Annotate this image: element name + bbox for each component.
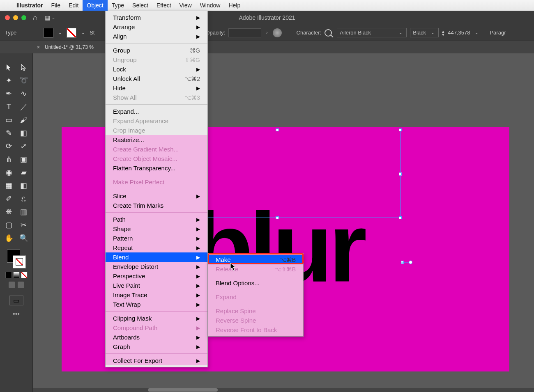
font-style-select[interactable]: Black⌄ xyxy=(410,28,439,37)
menu-item[interactable]: Flatten Transparency... xyxy=(106,163,207,173)
text-out-port-icon[interactable] xyxy=(401,261,404,264)
font-size-value[interactable]: 447,3578 xyxy=(448,30,470,36)
color-none-icon[interactable] xyxy=(21,272,28,278)
color-mode-icons[interactable] xyxy=(5,272,28,278)
menu-item[interactable]: Text Wrap▶ xyxy=(106,300,207,309)
perspective-grid-tool-icon[interactable]: ▰ xyxy=(17,167,31,178)
menu-item[interactable]: Live Paint▶ xyxy=(106,281,207,290)
menu-item[interactable]: Create Trim Marks xyxy=(106,201,207,210)
menu-type[interactable]: Type xyxy=(108,0,128,11)
mesh-tool-icon[interactable]: ▦ xyxy=(2,180,16,191)
menu-item[interactable]: Unlock All⌥⌘2 xyxy=(106,74,207,83)
window-zoom-icon[interactable] xyxy=(21,15,26,20)
column-graph-tool-icon[interactable]: ▥ xyxy=(17,206,31,218)
menu-item[interactable]: Group⌘G xyxy=(106,46,207,55)
text-thread-icon[interactable] xyxy=(409,261,412,264)
horizontal-scrollbar[interactable] xyxy=(33,388,534,392)
menu-item[interactable]: Repeat▶ xyxy=(106,243,207,252)
draw-normal-icon[interactable] xyxy=(9,282,15,288)
opacity-chevron-icon[interactable]: › xyxy=(265,30,269,35)
artboard-tool-icon[interactable]: ▢ xyxy=(2,219,16,231)
menu-object[interactable]: Object xyxy=(83,0,107,11)
menu-item[interactable]: Align▶ xyxy=(106,32,207,41)
font-size-chevron-icon[interactable]: ⌄ xyxy=(473,30,480,35)
free-transform-tool-icon[interactable]: ▣ xyxy=(17,154,31,165)
home-icon[interactable]: ⌂ xyxy=(33,14,37,22)
menu-item[interactable]: Hide▶ xyxy=(106,83,207,93)
menu-item[interactable]: Image Trace▶ xyxy=(106,290,207,300)
menu-effect[interactable]: Effect xyxy=(152,0,175,11)
magic-wand-tool-icon[interactable]: ✦ xyxy=(2,75,16,86)
rotate-tool-icon[interactable]: ⟳ xyxy=(2,140,16,152)
menu-item[interactable]: Collect For Export▶ xyxy=(106,356,207,365)
stroke-chevron-icon[interactable]: ⌄ xyxy=(80,30,86,35)
blend-submenu[interactable]: Make⌥⌘BRelease⌥⇧⌘BBlend Options...Expand… xyxy=(208,253,304,337)
menu-item[interactable]: Blend Options... xyxy=(208,278,303,288)
blend-tool-icon[interactable]: ⎌ xyxy=(17,193,31,204)
shape-builder-tool-icon[interactable]: ◉ xyxy=(2,167,16,178)
slice-tool-icon[interactable]: ✂ xyxy=(17,219,31,231)
font-family-select[interactable]: Aileron Black⌄ xyxy=(337,28,407,37)
eraser-tool-icon[interactable]: ◧ xyxy=(17,127,31,139)
direct-selection-tool-icon[interactable] xyxy=(17,62,31,73)
menu-item[interactable]: Make⌥⌘B xyxy=(208,255,303,264)
menu-edit[interactable]: Edit xyxy=(64,0,83,11)
menu-file[interactable]: File xyxy=(47,0,65,11)
bbox-handle[interactable] xyxy=(276,128,279,131)
lasso-tool-icon[interactable]: ➰ xyxy=(17,75,31,86)
bbox-handle[interactable] xyxy=(399,172,402,175)
menu-item[interactable]: Lock▶ xyxy=(106,64,207,74)
menu-item[interactable]: Envelope Distort▶ xyxy=(106,262,207,271)
menu-window[interactable]: Window xyxy=(196,0,225,11)
scrollbar-thumb[interactable] xyxy=(148,388,218,392)
shaper-tool-icon[interactable]: ✎ xyxy=(2,127,16,139)
zoom-tool-icon[interactable]: 🔍 xyxy=(17,232,31,244)
menu-item[interactable]: Slice▶ xyxy=(106,191,207,201)
menu-help[interactable]: Help xyxy=(224,0,244,11)
pen-tool-icon[interactable]: ✒ xyxy=(2,88,16,99)
bbox-handle[interactable] xyxy=(276,216,279,219)
fill-chevron-icon[interactable]: ⌄ xyxy=(57,30,63,35)
selection-tool-icon[interactable] xyxy=(2,62,16,73)
toolbar-stroke-swatch[interactable] xyxy=(13,255,26,268)
fill-stroke-swatch[interactable] xyxy=(7,250,26,268)
menu-item[interactable]: Arrange▶ xyxy=(106,22,207,32)
object-menu[interactable]: Transform▶Arrange▶Align▶Group⌘GUngroup⇧⌘… xyxy=(105,11,208,367)
menu-item[interactable]: Graph▶ xyxy=(106,342,207,351)
screen-mode-icon[interactable]: ▭ xyxy=(9,296,23,305)
menu-item[interactable]: Path▶ xyxy=(106,215,207,224)
stroke-swatch[interactable] xyxy=(67,28,76,38)
hand-tool-icon[interactable]: ✋ xyxy=(2,232,16,244)
bbox-handle[interactable] xyxy=(399,216,402,219)
workspace-switcher-icon[interactable]: ▦ xyxy=(45,14,50,21)
menu-item[interactable]: Transform▶ xyxy=(106,13,207,22)
menu-app[interactable]: Illustrator xyxy=(12,0,47,11)
menu-item[interactable]: Blend▶ xyxy=(106,252,207,262)
gradient-tool-icon[interactable]: ◧ xyxy=(17,180,31,191)
menu-item[interactable]: Rasterize... xyxy=(106,135,207,144)
font-size-stepper-icon[interactable]: ▴▾ xyxy=(442,30,444,36)
menu-item[interactable]: Clipping Mask▶ xyxy=(106,314,207,323)
rectangle-tool-icon[interactable]: ▭ xyxy=(2,114,16,126)
color-gradient-icon[interactable] xyxy=(13,272,20,278)
scale-tool-icon[interactable]: ⤢ xyxy=(17,140,31,152)
menu-view[interactable]: View xyxy=(175,0,196,11)
font-search-icon[interactable] xyxy=(325,29,332,37)
menu-select[interactable]: Select xyxy=(128,0,152,11)
window-close-icon[interactable] xyxy=(5,15,10,20)
draw-behind-icon[interactable] xyxy=(18,282,24,288)
tab-close-icon[interactable]: × xyxy=(37,44,40,50)
curvature-tool-icon[interactable]: ∿ xyxy=(17,88,31,99)
menu-item[interactable]: Shape▶ xyxy=(106,224,207,234)
menu-item[interactable]: Pattern▶ xyxy=(106,234,207,243)
paragraph-label[interactable]: Paragr xyxy=(490,30,506,36)
color-solid-icon[interactable] xyxy=(5,272,12,278)
paintbrush-tool-icon[interactable]: 🖌 xyxy=(17,114,31,126)
workspace-chevron-icon[interactable]: ⌄ xyxy=(52,16,55,20)
opacity-input[interactable] xyxy=(228,28,261,37)
edit-toolbar-icon[interactable]: ••• xyxy=(13,310,20,318)
window-minimize-icon[interactable] xyxy=(13,15,18,20)
symbol-sprayer-tool-icon[interactable]: ❋ xyxy=(2,206,16,218)
fill-swatch[interactable] xyxy=(44,28,53,38)
bbox-handle[interactable] xyxy=(399,128,402,131)
